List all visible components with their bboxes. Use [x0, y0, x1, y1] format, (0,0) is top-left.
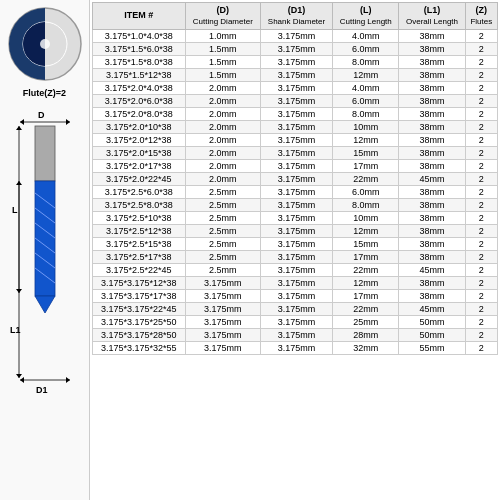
table-cell: 38mm	[399, 29, 465, 42]
table-cell: 3.175mm	[260, 263, 332, 276]
svg-marker-26	[20, 377, 24, 383]
table-cell: 4.0mm	[333, 81, 399, 94]
table-cell: 3.175*2.5*22*45	[93, 263, 186, 276]
table-cell: 3.175*2.0*10*38	[93, 120, 186, 133]
table-row: 3.175*2.0*15*382.0mm3.175mm15mm38mm2	[93, 146, 498, 159]
table-cell: 38mm	[399, 42, 465, 55]
col-header-D1: (D1) Shank Diameter	[260, 3, 332, 30]
table-cell: 38mm	[399, 224, 465, 237]
table-cell: 3.175mm	[260, 42, 332, 55]
table-cell: 2	[465, 341, 497, 354]
svg-marker-23	[35, 296, 55, 313]
table-cell: 38mm	[399, 237, 465, 250]
table-cell: 2	[465, 263, 497, 276]
table-cell: 3.175*3.175*17*38	[93, 289, 186, 302]
table-cell: 2.5mm	[185, 211, 260, 224]
table-row: 3.175*3.175*22*453.175mm3.175mm22mm45mm2	[93, 302, 498, 315]
table-cell: 2	[465, 185, 497, 198]
table-cell: 2	[465, 289, 497, 302]
table-cell: 45mm	[399, 172, 465, 185]
table-cell: 3.175*2.0*12*38	[93, 133, 186, 146]
table-cell: 3.175*2.5*12*38	[93, 224, 186, 237]
table-cell: 3.175mm	[185, 328, 260, 341]
table-cell: 55mm	[399, 341, 465, 354]
table-cell: 8.0mm	[333, 55, 399, 68]
table-cell: 2.5mm	[185, 224, 260, 237]
table-row: 3.175*2.5*12*382.5mm3.175mm12mm38mm2	[93, 224, 498, 237]
table-cell: 2	[465, 29, 497, 42]
table-cell: 3.175*1.5*6.0*38	[93, 42, 186, 55]
table-cell: 50mm	[399, 328, 465, 341]
table-cell: 3.175mm	[185, 276, 260, 289]
table-cell: 3.175*3.175*28*50	[93, 328, 186, 341]
table-cell: 12mm	[333, 276, 399, 289]
table-cell: 3.175mm	[260, 302, 332, 315]
table-cell: 3.175mm	[260, 29, 332, 42]
table-cell: 10mm	[333, 211, 399, 224]
table-cell: 8.0mm	[333, 198, 399, 211]
table-row: 3.175*2.5*17*382.5mm3.175mm17mm38mm2	[93, 250, 498, 263]
table-row: 3.175*2.0*17*382.0mm3.175mm17mm38mm2	[93, 159, 498, 172]
table-cell: 3.175mm	[260, 133, 332, 146]
col-header-item: ITEM #	[93, 3, 186, 30]
table-cell: 3.175*2.0*22*45	[93, 172, 186, 185]
table-cell: 2	[465, 120, 497, 133]
table-cell: 2	[465, 172, 497, 185]
table-row: 3.175*3.175*17*383.175mm3.175mm17mm38mm2	[93, 289, 498, 302]
svg-point-2	[40, 39, 50, 49]
table-row: 3.175*1.5*6.0*381.5mm3.175mm6.0mm38mm2	[93, 42, 498, 55]
table-cell: 3.175*3.175*32*55	[93, 341, 186, 354]
table-row: 3.175*2.0*10*382.0mm3.175mm10mm38mm2	[93, 120, 498, 133]
table-row: 3.175*2.0*4.0*382.0mm3.175mm4.0mm38mm2	[93, 81, 498, 94]
tool-diagram: D L L1	[10, 108, 80, 450]
table-cell: 45mm	[399, 263, 465, 276]
table-cell: 4.0mm	[333, 29, 399, 42]
tool-icon	[5, 4, 85, 84]
table-row: 3.175*2.0*6.0*382.0mm3.175mm6.0mm38mm2	[93, 94, 498, 107]
table-row: 3.175*3.175*12*383.175mm3.175mm12mm38mm2	[93, 276, 498, 289]
table-cell: 3.175mm	[260, 159, 332, 172]
table-row: 3.175*2.5*10*382.5mm3.175mm10mm38mm2	[93, 211, 498, 224]
table-cell: 32mm	[333, 341, 399, 354]
svg-marker-27	[66, 377, 70, 383]
table-cell: 3.175mm	[260, 172, 332, 185]
table-cell: 3.175mm	[185, 289, 260, 302]
table-cell: 2	[465, 328, 497, 341]
table-row: 3.175*2.5*6.0*382.5mm3.175mm6.0mm38mm2	[93, 185, 498, 198]
table-cell: 3.175mm	[185, 341, 260, 354]
table-cell: 15mm	[333, 146, 399, 159]
table-cell: 38mm	[399, 159, 465, 172]
table-cell: 50mm	[399, 315, 465, 328]
table-cell: 2	[465, 107, 497, 120]
table-cell: 3.175mm	[260, 224, 332, 237]
table-cell: 1.5mm	[185, 68, 260, 81]
table-row: 3.175*2.0*12*382.0mm3.175mm12mm38mm2	[93, 133, 498, 146]
table-cell: 2.0mm	[185, 94, 260, 107]
table-row: 3.175*2.0*22*452.0mm3.175mm22mm45mm2	[93, 172, 498, 185]
svg-rect-16	[35, 181, 55, 296]
table-cell: 2	[465, 198, 497, 211]
flute-badge: Flute(Z)=2	[23, 88, 66, 98]
table-cell: 3.175*2.0*4.0*38	[93, 81, 186, 94]
right-panel[interactable]: ITEM # (D) Cutting Diameter (D1) Shank D…	[90, 0, 500, 500]
table-cell: 3.175mm	[260, 55, 332, 68]
col-header-L: (L) Cutting Length	[333, 3, 399, 30]
table-cell: 3.175mm	[260, 81, 332, 94]
table-cell: 3.175*2.5*17*38	[93, 250, 186, 263]
table-cell: 6.0mm	[333, 185, 399, 198]
table-cell: 8.0mm	[333, 107, 399, 120]
table-row: 3.175*2.0*8.0*382.0mm3.175mm8.0mm38mm2	[93, 107, 498, 120]
table-cell: 22mm	[333, 302, 399, 315]
product-table: ITEM # (D) Cutting Diameter (D1) Shank D…	[92, 2, 498, 355]
col-header-L1: (L1) Overall Length	[399, 3, 465, 30]
table-cell: 3.175*3.175*12*38	[93, 276, 186, 289]
table-cell: 3.175*2.0*8.0*38	[93, 107, 186, 120]
table-cell: 38mm	[399, 94, 465, 107]
table-cell: 2.0mm	[185, 172, 260, 185]
table-cell: 3.175*2.5*15*38	[93, 237, 186, 250]
table-cell: 15mm	[333, 237, 399, 250]
table-cell: 2	[465, 159, 497, 172]
table-cell: 3.175mm	[260, 315, 332, 328]
table-cell: 6.0mm	[333, 42, 399, 55]
table-cell: 3.175*2.0*15*38	[93, 146, 186, 159]
